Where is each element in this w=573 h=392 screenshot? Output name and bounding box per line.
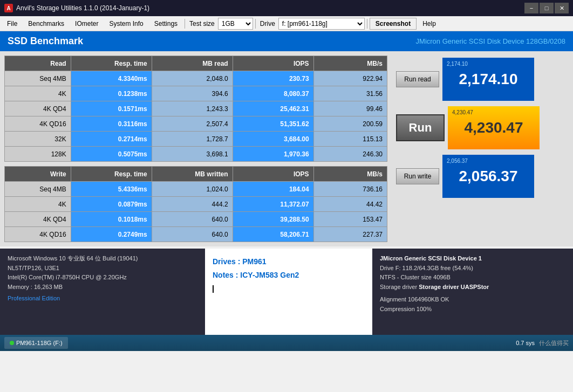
read-score-row: Run read 2,174.10 2,174.10 (396, 58, 540, 101)
row-mb: 2,507.4 (152, 116, 233, 132)
app-title: SSD Benchmark (8, 36, 83, 47)
row-iops: 25,462.31 (233, 101, 313, 116)
drives-info: Drives : PM961 (213, 255, 365, 269)
taskbar-watermark: 什么值得买 (539, 339, 569, 347)
row-iops: 1,970.36 (233, 147, 313, 162)
table-row: 128K 0.5075ms 3,698.1 1,970.36 246.30 (5, 147, 387, 162)
row-resp: 4.3340ms (71, 71, 152, 86)
read-table: Read Resp. time MB read IOPS MB/s Seq 4M… (4, 56, 387, 162)
test-size-select[interactable]: 1GB 512MB 2GB (218, 18, 253, 30)
drive-f: Drive F: 118.2/64.3GB free (54.4%) (380, 264, 565, 273)
row-label: 4K (5, 197, 71, 212)
maximize-button[interactable]: □ (540, 3, 554, 13)
benchmark-tables: Read Resp. time MB read IOPS MB/s Seq 4M… (4, 56, 387, 242)
row-resp: 0.1018ms (71, 212, 152, 227)
taskbar-item-label: PM961-118G (F:) (16, 340, 63, 346)
device-name: JMicron Generic SCSI Disk Device 128GB/0… (416, 37, 565, 45)
write-header-row: Write Resp. time MB written IOPS MB/s (5, 167, 387, 182)
write-header-resp: Resp. time (71, 167, 152, 182)
status-left: Microsoft Windows 10 专业版 64 位 Build (190… (0, 249, 205, 335)
window-controls: − □ ✕ (524, 3, 569, 13)
row-label: 4K QD4 (5, 101, 71, 116)
row-mbs: 200.59 (313, 116, 387, 132)
row-mb: 640.0 (152, 227, 233, 242)
cpu-line2: Intel(R) Core(TM) i7-8750H CPU @ 2.20GHz (8, 273, 197, 283)
table-row: Seq 4MB 5.4336ms 1,024.0 184.04 736.16 (5, 182, 387, 197)
status-bar: Microsoft Windows 10 专业版 64 位 Build (190… (0, 249, 573, 335)
row-resp: 0.0879ms (71, 197, 152, 212)
window-title: Anvil's Storage Utilities 1.1.0 (2014-Ja… (16, 4, 149, 12)
table-row: 4K QD16 0.2749ms 640.0 58,206.71 227.37 (5, 227, 387, 242)
total-score-value: 4,230.47 (465, 119, 523, 136)
device-right: JMicron Generic SCSI Disk Device 1 (380, 254, 565, 264)
row-mbs: 736.16 (313, 182, 387, 197)
professional-edition: Professional Edition (8, 294, 197, 304)
ntfs-info: NTFS - Cluster size 4096B (380, 273, 565, 283)
write-score-box: 2,056.37 2,056.37 (442, 155, 534, 198)
write-header-label: Write (5, 167, 71, 182)
menu-settings[interactable]: Settings (149, 18, 182, 30)
menu-system-info[interactable]: System Info (104, 18, 148, 30)
read-score-box: 2,174.10 2,174.10 (442, 58, 534, 101)
menu-bar: File Benchmarks IOmeter System Info Sett… (0, 16, 573, 31)
alignment-info: Alignment 1064960KB OK (380, 295, 565, 305)
taskbar-dot (10, 341, 14, 345)
write-score-row: Run write 2,056.37 2,056.37 (396, 155, 540, 198)
table-row: 4K 0.1238ms 394.6 8,080.37 31.56 (5, 86, 387, 101)
row-iops: 8,080.37 (233, 86, 313, 101)
menu-separator-1 (185, 19, 185, 29)
row-mbs: 153.47 (313, 212, 387, 227)
row-iops: 11,372.07 (233, 197, 313, 212)
read-score-small: 2,174.10 (447, 61, 468, 67)
taskbar-progress: 0.7 sys (516, 340, 535, 346)
title-bar: A Anvil's Storage Utilities 1.1.0 (2014-… (0, 0, 573, 16)
table-row: 4K QD16 0.3116ms 2,507.4 51,351.62 200.5… (5, 116, 387, 132)
row-mbs: 99.46 (313, 101, 387, 116)
row-resp: 0.2714ms (71, 132, 152, 147)
table-row: 4K QD4 0.1018ms 640.0 39,288.50 153.47 (5, 212, 387, 227)
run-button[interactable]: Run (396, 114, 445, 141)
table-row: 4K 0.0879ms 444.2 11,372.07 44.42 (5, 197, 387, 212)
minimize-button[interactable]: − (524, 3, 538, 13)
row-mb: 394.6 (152, 86, 233, 101)
close-button[interactable]: ✕ (555, 3, 569, 13)
row-label: 32K (5, 132, 71, 147)
row-mbs: 246.30 (313, 147, 387, 162)
row-resp: 0.3116ms (71, 116, 152, 132)
menu-iometer[interactable]: IOmeter (70, 18, 103, 30)
row-iops: 58,206.71 (233, 227, 313, 242)
menu-file[interactable]: File (2, 18, 22, 30)
compression-info: Compression 100% (380, 305, 565, 314)
storage-driver: Storage driver Storage driver UASPStor (380, 283, 565, 292)
drive-select[interactable]: f: [pm961-118g] (278, 18, 365, 30)
run-read-button[interactable]: Run read (396, 71, 439, 87)
content-area: Read Resp. time MB read IOPS MB/s Seq 4M… (0, 51, 573, 246)
menu-benchmarks[interactable]: Benchmarks (23, 18, 69, 30)
row-iops: 3,684.00 (233, 132, 313, 147)
status-center: Drives : PM961 Notes : ICY-JM583 Gen2 (205, 249, 372, 335)
row-label: 128K (5, 147, 71, 162)
write-table: Write Resp. time MB written IOPS MB/s Se… (4, 166, 387, 242)
row-mb: 1,243.3 (152, 101, 233, 116)
taskbar-right: 0.7 sys 什么值得买 (516, 339, 569, 347)
os-info: Microsoft Windows 10 专业版 64 位 Build (190… (8, 254, 197, 264)
row-resp: 0.2749ms (71, 227, 152, 242)
total-score-small: 4,230.47 (452, 109, 473, 115)
row-iops: 184.04 (233, 182, 313, 197)
menu-separator-3 (367, 19, 367, 29)
right-panel: Run read 2,174.10 2,174.10 Run 4,230.47 … (396, 56, 540, 242)
run-write-button[interactable]: Run write (396, 168, 439, 184)
screenshot-button[interactable]: Screenshot (370, 18, 417, 30)
write-header-iops: IOPS (233, 167, 313, 182)
notes-info: Notes : ICY-JM583 Gen2 (213, 269, 365, 282)
taskbar: PM961-118G (F:) 0.7 sys 什么值得买 (0, 335, 573, 351)
read-score-value: 2,174.10 (459, 71, 518, 88)
app-header: SSD Benchmark JMicron Generic SCSI Disk … (0, 31, 573, 51)
taskbar-item[interactable]: PM961-118G (F:) (4, 337, 68, 349)
menu-help[interactable]: Help (418, 18, 441, 30)
row-label: 4K (5, 86, 71, 101)
row-mb: 444.2 (152, 197, 233, 212)
row-mbs: 44.42 (313, 197, 387, 212)
write-header-mbs: MB/s (313, 167, 387, 182)
drive-label: Drive (258, 20, 277, 27)
